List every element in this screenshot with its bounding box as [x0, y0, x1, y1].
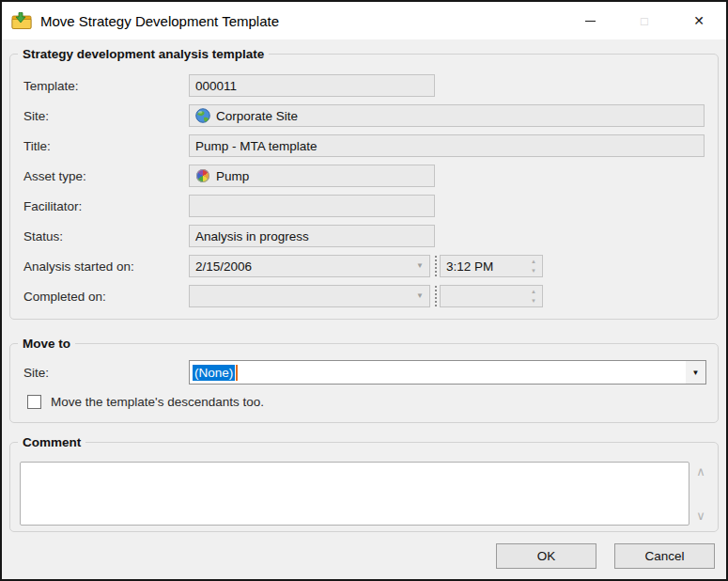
- facilitator-row: Facilitator:: [10, 195, 718, 217]
- template-label: Template:: [23, 79, 189, 93]
- move-site-row: Site: (None) ▼: [10, 360, 718, 385]
- analysis-started-row: Analysis started on: 2/15/2006 ▼ 3:12 PM…: [10, 255, 718, 277]
- combo-dropdown-button[interactable]: ▼: [686, 361, 705, 384]
- move-template-dialog: Move Strategy Development Template □ ✕ S…: [0, 0, 728, 581]
- status-label: Status:: [23, 229, 189, 243]
- window-title: Move Strategy Development Template: [40, 13, 563, 29]
- analysis-started-time-value: 3:12 PM: [446, 259, 493, 274]
- date-dropdown-icon[interactable]: ▼: [416, 262, 424, 270]
- move-descendants-checkbox[interactable]: [27, 395, 41, 409]
- ok-button[interactable]: OK: [496, 543, 596, 569]
- comment-group-title: Comment: [18, 434, 85, 450]
- site-value: Corporate Site: [216, 109, 298, 123]
- date-time-separator: [435, 286, 437, 306]
- completed-time-spinner: ▲ ▼: [440, 285, 543, 307]
- time-spinner-arrows[interactable]: ▲ ▼: [531, 259, 536, 274]
- dialog-actions: OK Cancel: [2, 543, 715, 569]
- template-row: Template: 000011: [10, 74, 718, 97]
- template-value: 000011: [195, 79, 237, 93]
- asset-type-row: Asset type: Pump: [10, 165, 718, 187]
- minimize-button[interactable]: [563, 2, 617, 39]
- move-to-group-title: Move to: [18, 336, 75, 352]
- asset-type-field: Pump: [189, 165, 435, 187]
- move-folder-icon: [11, 12, 32, 30]
- text-caret: [236, 365, 238, 381]
- comment-input[interactable]: [20, 462, 689, 526]
- move-site-combobox[interactable]: (None) ▼: [189, 360, 706, 385]
- site-field: Corporate Site: [189, 104, 705, 127]
- date-time-separator: [435, 256, 437, 276]
- descendants-row: Move the template's descendants too.: [10, 395, 718, 409]
- template-info-group: Strategy development analysis template T…: [9, 54, 719, 320]
- status-value: Analysis in progress: [195, 229, 309, 243]
- facilitator-label: Facilitator:: [23, 199, 189, 213]
- minimize-icon: [585, 21, 596, 22]
- asset-type-label: Asset type:: [23, 169, 189, 183]
- move-site-label: Site:: [23, 366, 189, 380]
- globe-icon: [195, 108, 210, 123]
- move-site-selected-value: (None): [193, 365, 235, 381]
- title-label: Title:: [23, 139, 189, 153]
- close-button[interactable]: ✕: [672, 2, 726, 39]
- completed-label: Completed on:: [23, 290, 189, 304]
- site-label: Site:: [23, 109, 189, 123]
- spin-down-icon: ▼: [531, 298, 536, 304]
- maximize-button: □: [617, 2, 672, 39]
- asset-cube-icon: [196, 169, 209, 182]
- template-field: 000011: [189, 74, 435, 97]
- title-value: Pump - MTA template: [195, 139, 318, 153]
- analysis-started-time-spinner[interactable]: 3:12 PM ▲ ▼: [440, 255, 543, 277]
- scroll-up-icon[interactable]: ∧: [696, 464, 705, 479]
- move-descendants-label: Move the template's descendants too.: [51, 395, 264, 409]
- title-row: Title: Pump - MTA template: [10, 134, 718, 157]
- template-group-title: Strategy development analysis template: [18, 46, 269, 62]
- facilitator-field: [189, 195, 435, 217]
- status-field: Analysis in progress: [189, 225, 435, 247]
- status-row: Status: Analysis in progress: [10, 225, 718, 247]
- scroll-down-icon[interactable]: ∨: [696, 509, 705, 523]
- chevron-down-icon: ▼: [692, 369, 700, 377]
- cancel-button[interactable]: Cancel: [614, 543, 715, 569]
- close-icon: ✕: [693, 13, 705, 28]
- comment-scrollbar[interactable]: ∧ ∨: [689, 462, 712, 526]
- title-field: Pump - MTA template: [189, 134, 705, 157]
- move-to-group: Move to Site: (None) ▼ Move the template…: [9, 343, 719, 423]
- analysis-started-label: Analysis started on:: [23, 259, 189, 274]
- comment-group: Comment ∧ ∨: [9, 442, 719, 532]
- analysis-started-date-value: 2/15/2006: [195, 259, 252, 274]
- completed-row: Completed on: ▼ ▲ ▼: [10, 285, 718, 307]
- time-spinner-arrows: ▲ ▼: [531, 289, 536, 304]
- title-bar: Move Strategy Development Template □ ✕: [2, 2, 726, 39]
- date-dropdown-icon: ▼: [416, 292, 424, 300]
- site-row: Site: Corporate Site: [10, 104, 718, 127]
- spin-up-icon: ▲: [531, 289, 536, 294]
- completed-date-picker: ▼: [189, 285, 430, 307]
- analysis-started-date-picker[interactable]: 2/15/2006 ▼: [189, 255, 430, 277]
- spin-down-icon[interactable]: ▼: [531, 268, 536, 274]
- maximize-icon: □: [641, 14, 648, 28]
- asset-type-value: Pump: [216, 169, 249, 183]
- spin-up-icon[interactable]: ▲: [531, 259, 536, 264]
